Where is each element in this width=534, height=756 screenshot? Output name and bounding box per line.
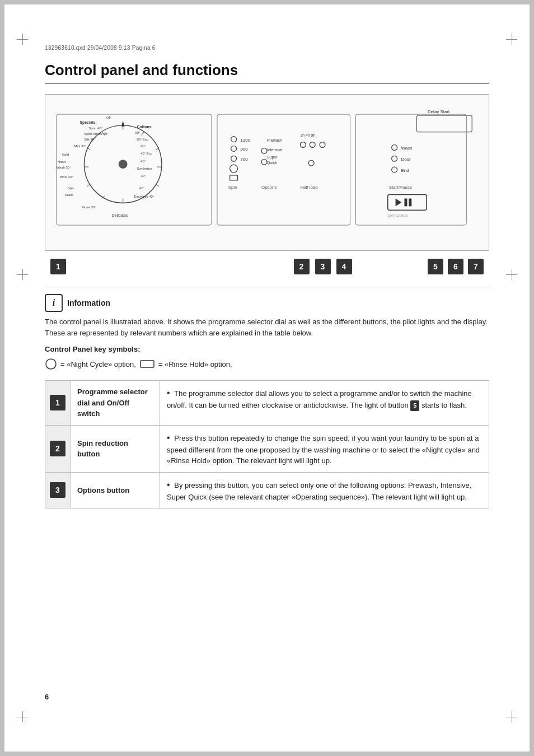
svg-rect-50 — [230, 175, 238, 180]
svg-text:Delay Start: Delay Start — [428, 109, 450, 114]
svg-text:90°: 90° — [135, 131, 140, 134]
svg-point-60 — [300, 142, 306, 148]
svg-text:30°: 30° — [140, 174, 146, 178]
svg-marker-74 — [396, 199, 402, 207]
diagram-label-1: 1 — [50, 259, 66, 274]
svg-text:Off: Off — [106, 116, 111, 119]
info-icon: i — [45, 294, 63, 312]
bullet-icon: • — [167, 433, 170, 442]
row-2-badge: 2 — [50, 441, 65, 456]
diagram-number-labels: 1 2 3 4 5 6 7 — [45, 256, 489, 277]
row-3-num-cell: 3 — [45, 472, 71, 508]
row-1-badge: 1 — [50, 395, 65, 410]
table-row: 1 Programme selector dial and On/Off swi… — [45, 381, 489, 426]
svg-text:Sport 40°: Sport 40° — [88, 127, 102, 130]
crosshair-mid-left — [17, 269, 28, 280]
bullet-icon: • — [167, 480, 170, 489]
row-3-badge: 3 — [50, 482, 65, 498]
svg-rect-65 — [355, 114, 466, 225]
svg-point-61 — [310, 142, 315, 148]
svg-point-47 — [231, 156, 237, 161]
svg-text:60°: 60° — [140, 144, 146, 148]
symbol-line: = «Night Cycle» option, = «Rinse Hold» o… — [45, 358, 489, 370]
svg-line-13 — [87, 184, 90, 186]
crosshair-bottom-right — [506, 711, 517, 722]
rinse-hold-svg-icon — [139, 359, 155, 369]
svg-text:Synthetics: Synthetics — [137, 167, 152, 170]
svg-text:Spin: Spin — [68, 186, 74, 190]
svg-rect-75 — [404, 199, 407, 207]
svg-text:40°: 40° — [139, 186, 145, 190]
svg-line-9 — [156, 184, 159, 186]
night-cycle-svg-icon — [45, 358, 57, 370]
crosshair-top-left — [17, 34, 28, 45]
functions-table: 1 Programme selector dial and On/Off swi… — [45, 380, 489, 508]
svg-text:Specials: Specials — [79, 120, 95, 125]
row-3-desc-text: By pressing this button, you can select … — [167, 481, 471, 501]
svg-text:Intensive: Intensive — [267, 148, 283, 152]
night-cycle-label: = «Night Cycle» option, — [60, 360, 136, 368]
svg-text:3h  4h  9h: 3h 4h 9h — [300, 133, 315, 137]
svg-line-6 — [141, 132, 144, 136]
svg-text:End: End — [401, 168, 409, 173]
svg-point-45 — [231, 146, 237, 151]
svg-text:Prewash: Prewash — [267, 138, 282, 142]
svg-text:Spin: Spin — [228, 185, 237, 190]
svg-text:Mini 30°: Mini 30° — [74, 144, 87, 148]
svg-point-56 — [261, 148, 267, 153]
svg-text:Wool 40°: Wool 40° — [60, 175, 74, 179]
inline-badge-5: 5 — [410, 400, 419, 411]
svg-point-57 — [261, 159, 267, 165]
svg-text:700: 700 — [240, 157, 248, 162]
svg-point-49 — [230, 165, 238, 172]
diagram-label-6: 6 — [448, 259, 463, 274]
page-title: Control panel and functions — [45, 62, 489, 84]
row-1-label: Programme selector dial and On/Off switc… — [71, 381, 160, 426]
row-2-num-cell: 2 — [45, 425, 71, 472]
svg-text:Easy Iron 40°: Easy Iron 40° — [134, 195, 154, 198]
row-2-label: Spin reduction button — [71, 425, 160, 472]
file-info: 132963610.qxd 29/04/2008 9.13 Pagina 6 — [45, 45, 156, 51]
info-paragraph: The control panel is illustrated above. … — [45, 316, 489, 338]
svg-text:Start/Pause: Start/Pause — [389, 185, 413, 190]
svg-text:Delicates: Delicates — [112, 213, 128, 217]
svg-text:Super: Super — [267, 155, 278, 160]
svg-text:Cold: Cold — [62, 153, 69, 156]
svg-text:Drain: Drain — [65, 193, 73, 197]
row-2-desc: • Press this button repeatedly to change… — [160, 425, 489, 472]
crosshair-top-right — [506, 34, 517, 45]
svg-point-68 — [392, 156, 397, 161]
key-symbols-label: Control Panel key symbols: — [45, 345, 489, 353]
diagram-label-7: 7 — [468, 259, 484, 274]
svg-text:900: 900 — [240, 147, 248, 152]
svg-text:80° Eco: 80° Eco — [137, 138, 149, 141]
svg-text:Cottons: Cottons — [137, 125, 151, 129]
svg-rect-2 — [57, 114, 212, 225]
svg-text:Options: Options — [261, 185, 277, 190]
svg-text:Wash 30°: Wash 30° — [57, 166, 71, 169]
svg-text:Quick: Quick — [267, 161, 277, 165]
row-3-label: Options button — [71, 472, 160, 508]
table-row: 2 Spin reduction button • Press this but… — [45, 425, 489, 472]
svg-point-70 — [392, 167, 397, 172]
svg-text:Sport Shoes 40°: Sport Shoes 40° — [84, 132, 109, 136]
svg-marker-41 — [121, 121, 125, 127]
svg-rect-76 — [409, 199, 411, 207]
crosshair-mid-right — [506, 269, 517, 280]
svg-point-63 — [308, 160, 314, 166]
svg-text:40°: 40° — [140, 160, 146, 163]
svg-text:ZWF 1200G6: ZWF 1200G6 — [388, 214, 408, 217]
svg-text:Rinse  30°: Rinse 30° — [81, 206, 96, 209]
svg-rect-1 — [416, 115, 472, 132]
svg-point-78 — [46, 359, 56, 369]
svg-rect-42 — [217, 114, 350, 225]
row-3-desc: • By pressing this button, you can selec… — [160, 472, 489, 508]
bullet-icon: • — [167, 388, 170, 398]
page-number: 6 — [45, 693, 49, 701]
svg-point-62 — [320, 142, 325, 148]
row-1-desc-text: The programme selector dial allows you t… — [167, 389, 472, 409]
row-1-desc: • The programme selector dial allows you… — [160, 381, 489, 426]
svg-text:1200: 1200 — [240, 138, 250, 143]
svg-text:Wash: Wash — [401, 146, 413, 151]
control-panel-diagram: Delay Start Spe — [45, 94, 489, 251]
